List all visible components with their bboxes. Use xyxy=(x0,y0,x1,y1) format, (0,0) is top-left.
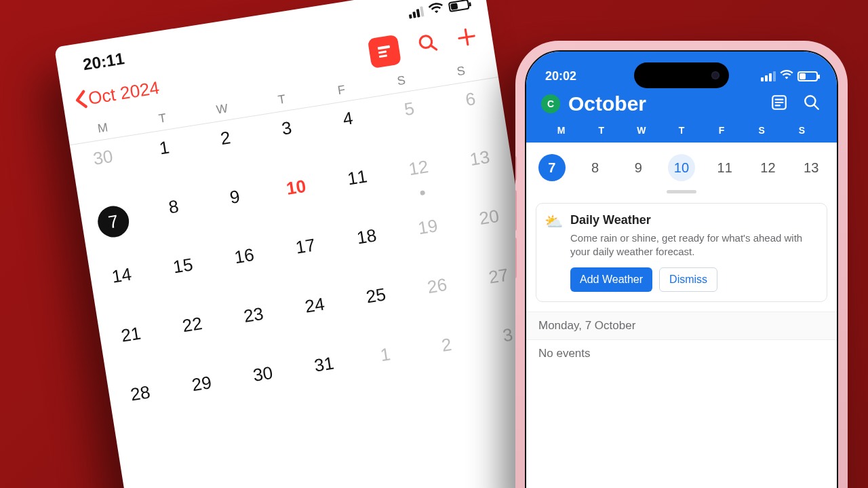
weather-card: ⛅ Daily Weather Come rain or shine, get … xyxy=(536,203,827,302)
week-day[interactable]: 13 xyxy=(789,152,833,183)
account-avatar[interactable]: C xyxy=(541,94,560,113)
svg-line-12 xyxy=(814,105,818,109)
calendar-day[interactable]: 28 xyxy=(107,372,178,440)
svg-rect-1 xyxy=(378,50,387,54)
phone-side-button xyxy=(515,190,517,231)
dismiss-button[interactable]: Dismiss xyxy=(659,267,717,292)
status-time: 20:11 xyxy=(81,49,125,74)
wifi-icon xyxy=(427,0,445,20)
cellular-icon xyxy=(408,5,424,18)
calendar-day[interactable]: 29 xyxy=(168,362,239,430)
svg-line-4 xyxy=(431,45,437,51)
calendar-day[interactable]: 30 xyxy=(229,352,300,421)
dow-label: S xyxy=(742,125,782,136)
svg-rect-0 xyxy=(378,45,390,50)
dow-label: T xyxy=(661,125,701,136)
calendar-day[interactable]: 7 xyxy=(79,195,150,263)
calendar-day[interactable]: 8 xyxy=(140,185,211,254)
search-icon[interactable] xyxy=(416,32,440,58)
svg-line-6 xyxy=(459,36,474,39)
calendar-day[interactable]: 19 xyxy=(395,205,465,274)
phone-side-button xyxy=(515,156,517,181)
calendar-day[interactable]: 26 xyxy=(404,264,475,333)
agenda-icon[interactable] xyxy=(770,94,788,114)
weather-icon: ⛅ xyxy=(545,213,563,231)
cellular-icon xyxy=(761,71,776,81)
calendar-day[interactable]: 23 xyxy=(220,293,291,362)
phone-screen: 20:02 C October xyxy=(525,50,838,488)
search-icon[interactable] xyxy=(803,94,821,114)
wifi-icon xyxy=(780,69,793,83)
ios-calendar-sheet: 20:11 Oct 2024 MTWTFSS 3012345678910 xyxy=(54,0,564,488)
calendar-day[interactable]: 1 xyxy=(131,126,201,195)
dow-label: M xyxy=(541,125,581,136)
calendar-day[interactable]: 13 xyxy=(446,136,517,205)
calendar-day[interactable]: 9 xyxy=(201,175,272,244)
calendar-day[interactable]: 1 xyxy=(352,333,422,401)
weather-card-title: Daily Weather xyxy=(570,213,817,227)
calendar-day[interactable]: 5 xyxy=(376,87,446,155)
calendar-day[interactable]: 22 xyxy=(159,303,229,371)
calendar-day[interactable]: 18 xyxy=(334,215,404,284)
battery-icon xyxy=(448,0,470,12)
calendar-day[interactable]: 10 xyxy=(263,166,334,234)
calendar-day[interactable]: 30 xyxy=(70,136,140,204)
calendar-day[interactable]: 2 xyxy=(413,323,484,392)
calendar-day[interactable]: 24 xyxy=(281,284,352,352)
back-button[interactable]: Oct 2024 xyxy=(73,77,161,111)
calendar-day[interactable]: 3 xyxy=(254,107,324,175)
calendar-day[interactable]: 14 xyxy=(88,254,159,322)
date-header: Monday, 7 October xyxy=(526,312,837,339)
outlook-day-headers: MTWTFSS xyxy=(538,125,825,143)
calendar-day[interactable]: 4 xyxy=(315,97,385,166)
calendar-day[interactable]: 21 xyxy=(98,313,168,381)
status-time: 20:02 xyxy=(545,69,576,83)
week-day[interactable]: 12 xyxy=(747,152,790,183)
weather-card-body: Come rain or shine, get ready for what's… xyxy=(570,231,817,259)
dow-label: W xyxy=(621,125,661,136)
phone-side-button xyxy=(515,238,517,278)
calendar-day[interactable]: 11 xyxy=(324,156,395,225)
week-day[interactable]: 8 xyxy=(574,152,617,183)
week-day[interactable]: 9 xyxy=(616,152,660,183)
calendar-day[interactable]: 12 xyxy=(385,146,456,214)
calendar-day[interactable]: 31 xyxy=(291,343,361,411)
outlook-week-strip: 78910111213 xyxy=(526,143,837,189)
calendar-day[interactable]: 6 xyxy=(437,77,508,146)
drag-handle[interactable] xyxy=(667,190,696,193)
month-title[interactable]: October xyxy=(568,92,646,115)
list-view-button[interactable] xyxy=(368,35,401,69)
calendar-day[interactable]: 15 xyxy=(150,244,220,312)
add-event-button[interactable] xyxy=(455,26,479,52)
calendar-day[interactable]: 2 xyxy=(192,116,262,185)
week-day[interactable]: 11 xyxy=(703,152,747,183)
phone-frame: 20:02 C October xyxy=(515,41,848,488)
dow-label: T xyxy=(581,125,621,136)
battery-icon xyxy=(797,71,818,81)
week-day[interactable]: 10 xyxy=(660,152,703,183)
calendar-day[interactable]: 17 xyxy=(272,225,342,293)
dow-label: F xyxy=(702,125,742,136)
calendar-day[interactable]: 25 xyxy=(342,274,413,342)
back-label: Oct 2024 xyxy=(87,77,161,109)
dow-label: S xyxy=(782,125,822,136)
svg-rect-2 xyxy=(379,54,387,58)
calendar-day[interactable]: 16 xyxy=(211,234,281,303)
no-events-label: No events xyxy=(526,339,837,367)
dynamic-island xyxy=(634,62,729,88)
week-day[interactable]: 7 xyxy=(530,152,574,183)
add-weather-button[interactable]: Add Weather xyxy=(570,267,652,292)
